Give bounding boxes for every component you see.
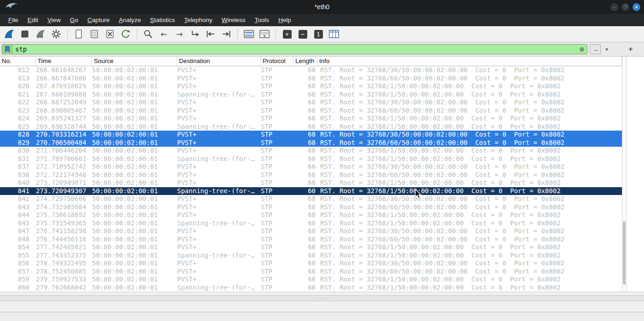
stop-capture-icon[interactable] (18, 28, 31, 40)
packet-row[interactable]: 820 267.676910029 50:00:00:02:00:01 PVST… (0, 82, 622, 91)
packet-row[interactable]: 821 267.680109888 50:00:00:02:00:01 Span… (0, 91, 622, 99)
menu-statistics[interactable]: Statistics (145, 15, 179, 25)
go-forward-icon[interactable]: → (173, 28, 186, 40)
packet-destination: PVST+ (177, 139, 261, 147)
go-back-icon[interactable]: ← (157, 28, 170, 40)
menu-analyze[interactable]: Analyze (114, 15, 145, 25)
packet-length: 60 (293, 252, 317, 260)
packet-row[interactable]: 854 277.742405021 50:00:00:02:00:01 PVST… (0, 243, 622, 252)
packet-protocol: STP (261, 219, 293, 228)
minimize-button[interactable]: – (610, 3, 618, 11)
packet-info: RST. Root = 32768/60/50:00:00:02:00:00 C… (317, 75, 622, 83)
packet-row[interactable]: 847 276.741158298 50:00:00:02:00:01 PVST… (0, 227, 622, 235)
filter-value[interactable]: stp (12, 46, 577, 53)
save-file-icon[interactable] (88, 28, 101, 40)
horizontal-scrollbar[interactable] (0, 292, 644, 295)
packet-info: RST. Root = 32768/1/50:00:00:02:00:00 Co… (317, 115, 622, 123)
zoom-out-icon[interactable]: − (296, 28, 309, 40)
vertical-scrollbar[interactable] (622, 57, 627, 292)
packet-row[interactable]: 842 274.729750666 50:00:00:02:00:01 PVST… (0, 195, 622, 203)
packet-row[interactable]: 822 268.687252049 50:00:00:02:00:01 PVST… (0, 98, 622, 107)
packet-time: 277.742405021 (36, 243, 92, 252)
packet-row[interactable]: 828 270.703316214 50:00:00:02:00:01 PVST… (0, 131, 622, 139)
column-header-no[interactable]: No. (0, 57, 36, 66)
packet-destination: PVST+ (177, 179, 261, 187)
packet-row[interactable]: 823 268.690805467 50:00:00:02:00:01 PVST… (0, 107, 622, 115)
packet-row[interactable]: 824 269.695241327 50:00:00:02:00:01 PVST… (0, 115, 622, 123)
display-filter-input[interactable]: stp ⊗ (2, 44, 587, 54)
colorize-packets-icon[interactable] (242, 28, 255, 40)
packet-row[interactable]: 812 266.661648267 50:00:00:02:00:01 PVST… (0, 66, 622, 75)
packet-row[interactable]: 856 278.749322495 50:00:00:02:00:01 PVST… (0, 259, 622, 268)
packet-info: RST. Root = 32768/1/50:00:00:02:00:00 Co… (317, 284, 622, 292)
filter-apply-icon[interactable]: → (590, 44, 601, 54)
packet-row[interactable]: 843 274.732985684 50:00:00:02:00:01 PVST… (0, 203, 622, 212)
packet-row[interactable]: 830 271.708446204 50:00:00:02:00:01 PVST… (0, 147, 622, 155)
menu-go[interactable]: Go (65, 15, 83, 25)
packet-destination: PVST+ (177, 259, 261, 268)
packet-row[interactable]: 841 273.720949307 50:00:00:02:00:01 Span… (0, 187, 622, 195)
pane-splitter[interactable]: ······ (0, 295, 644, 301)
packet-row[interactable]: 844 275.730618692 50:00:00:02:00:01 PVST… (0, 211, 622, 219)
packet-time: 279.762668842 (36, 284, 92, 292)
column-header-length[interactable]: Length (293, 57, 317, 66)
menu-file[interactable]: File (4, 15, 23, 25)
filter-clear-icon[interactable]: ⊗ (577, 46, 587, 53)
packet-row[interactable]: 848 276.744456116 50:00:00:02:00:01 PVST… (0, 235, 622, 244)
packet-row[interactable]: 859 279.759927533 50:00:00:02:00:01 PVST… (0, 275, 622, 284)
menu-telephony[interactable]: Telephony (179, 15, 217, 25)
find-packet-icon[interactable] (142, 28, 155, 40)
column-header-time[interactable]: Time (36, 57, 92, 66)
packet-source: 50:00:00:02:00:01 (92, 252, 177, 260)
packet-row[interactable]: 857 278.752450885 50:00:00:02:00:01 PVST… (0, 268, 622, 276)
add-filter-button[interactable]: + (626, 44, 636, 54)
go-to-packet-icon[interactable] (189, 28, 201, 40)
packet-row[interactable]: 838 272.722174948 50:00:00:02:00:01 PVST… (0, 171, 622, 179)
packet-row[interactable]: 813 266.667847086 50:00:00:02:00:01 PVST… (0, 75, 622, 83)
packet-protocol: STP (261, 235, 293, 244)
packet-row[interactable]: 860 279.762668842 50:00:00:02:00:01 Span… (0, 284, 622, 292)
capture-options-icon[interactable] (50, 28, 63, 40)
go-last-packet-icon[interactable] (220, 28, 233, 40)
packet-row[interactable]: 845 275.731549365 50:00:00:02:00:01 Span… (0, 219, 622, 228)
packet-row[interactable]: 840 273.720949071 50:00:00:02:00:01 PVST… (0, 179, 622, 187)
zoom-reset-icon[interactable]: 1 (312, 28, 325, 40)
column-header-info[interactable]: Info (317, 57, 622, 66)
resize-columns-icon[interactable] (328, 28, 340, 40)
filter-dropdown-icon[interactable]: ▾ (603, 46, 610, 52)
filter-bookmark-icon[interactable] (2, 45, 12, 54)
column-header-protocol[interactable]: Protocol (261, 57, 293, 66)
packet-length: 60 (293, 284, 317, 292)
start-capture-icon[interactable] (3, 28, 16, 40)
packet-destination: PVST+ (177, 211, 261, 219)
column-header-destination[interactable]: Destination (177, 57, 261, 66)
menu-tools[interactable]: Tools (250, 15, 274, 25)
packet-row[interactable]: 831 271.709700601 50:00:00:02:00:01 Span… (0, 155, 622, 163)
packet-protocol: STP (261, 243, 293, 252)
menu-capture[interactable]: Capture (83, 15, 114, 25)
packet-length: 68 (293, 243, 317, 252)
restart-capture-icon[interactable] (34, 28, 47, 40)
packet-row[interactable]: 825 269.696328744 50:00:00:02:00:01 Span… (0, 123, 622, 131)
close-button[interactable]: ✕ (632, 3, 640, 11)
zoom-in-icon[interactable]: + (281, 28, 293, 40)
packet-row[interactable]: 837 272.718952742 50:00:00:02:00:01 PVST… (0, 163, 622, 171)
auto-scroll-icon[interactable] (258, 28, 271, 40)
packet-row[interactable]: 855 277.743352375 50:00:00:02:00:01 Span… (0, 252, 622, 260)
column-header-source[interactable]: Source (92, 57, 177, 66)
packet-source: 50:00:00:02:00:01 (92, 82, 177, 91)
menu-view[interactable]: View (43, 15, 65, 25)
packet-destination: PVST+ (177, 163, 261, 171)
go-first-packet-icon[interactable] (204, 28, 217, 40)
open-file-icon[interactable] (72, 28, 85, 40)
reload-file-icon[interactable] (119, 28, 132, 40)
close-file-icon[interactable] (104, 28, 116, 40)
menu-wireless[interactable]: Wireless (217, 15, 250, 25)
maximize-button[interactable]: ❐ (621, 3, 629, 11)
scrollbar-thumb[interactable] (623, 221, 626, 285)
packet-row[interactable]: 829 270.706500484 50:00:00:02:00:01 PVST… (0, 139, 622, 147)
menu-edit[interactable]: Edit (23, 15, 43, 25)
packet-info: RST. Root = 32768/30/50:00:00:02:00:00 C… (317, 66, 622, 75)
menu-help[interactable]: Help (274, 15, 296, 25)
splitter-handle-icon[interactable]: ······ (315, 297, 329, 300)
